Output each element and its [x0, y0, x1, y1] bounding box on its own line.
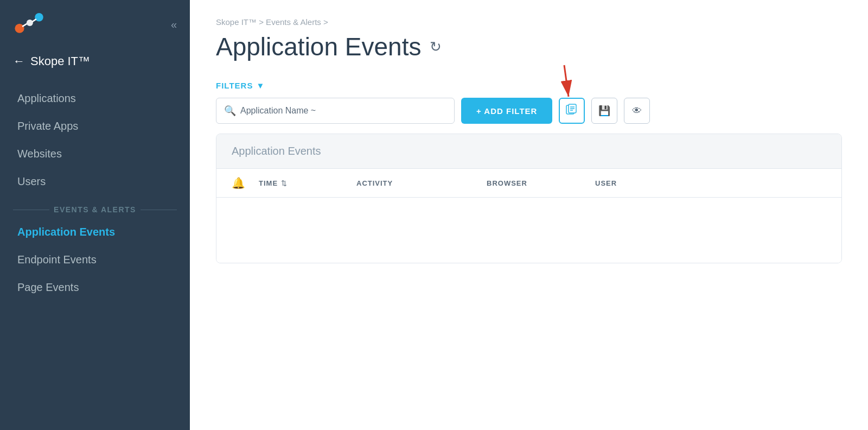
filter-copy-button[interactable] — [559, 98, 585, 124]
logo-area — [13, 11, 46, 38]
filters-section: FILTERS ▼ 🔍 + ADD FILTER — [216, 81, 842, 124]
sidebar-item-websites[interactable]: Websites — [0, 140, 190, 168]
browser-col-label: BROWSER — [487, 179, 527, 187]
filters-chevron-icon: ▼ — [256, 81, 265, 90]
search-icon: 🔍 — [224, 105, 236, 117]
breadcrumb: Skope IT™ > Events & Alerts > — [216, 17, 842, 27]
brand-label: Skope IT™ — [30, 54, 90, 68]
page-title: Application Events — [216, 32, 421, 61]
filters-toggle[interactable]: FILTERS ▼ — [216, 81, 842, 90]
collapse-button[interactable]: « — [171, 18, 177, 31]
sidebar-item-application-events[interactable]: Application Events — [0, 218, 190, 246]
sidebar-header: « — [0, 0, 190, 49]
search-input-wrapper: 🔍 — [216, 98, 455, 124]
svg-point-0 — [15, 24, 24, 33]
save-icon: 💾 — [598, 105, 610, 117]
filter-row: 🔍 + ADD FILTER — [216, 98, 842, 124]
user-col-label: USER — [595, 179, 617, 187]
activity-col-label: ACTIVITY — [356, 179, 393, 187]
page-title-row: Application Events ↻ — [216, 32, 842, 61]
events-table: Application Events 🔔 TIME ⇅ ACTIVITY BRO… — [216, 134, 842, 263]
filters-label-text: FILTERS — [216, 81, 253, 90]
filter-copy-btn-wrapper — [559, 98, 585, 124]
view-button[interactable]: 👁 — [624, 98, 650, 124]
sidebar-item-private-apps[interactable]: Private Apps — [0, 112, 190, 140]
add-filter-button[interactable]: + ADD FILTER — [461, 98, 552, 124]
svg-line-3 — [22, 24, 27, 27]
sidebar-item-users[interactable]: Users — [0, 168, 190, 195]
search-input[interactable] — [240, 106, 446, 116]
events-alerts-section-label: EVENTS & ALERTS — [0, 195, 190, 218]
table-header: Application Events — [216, 134, 841, 169]
sidebar-navigation: Applications Private Apps Websites Users… — [0, 79, 190, 430]
table-section-title: Application Events — [232, 145, 321, 157]
main-content: Skope IT™ > Events & Alerts > Applicatio… — [190, 0, 868, 430]
col-time-header[interactable]: TIME ⇅ — [259, 179, 356, 187]
svg-point-1 — [35, 13, 43, 21]
back-arrow-icon: ← — [13, 54, 25, 68]
table-body — [216, 198, 841, 263]
bell-icon: 🔔 — [232, 177, 245, 189]
back-nav[interactable]: ← Skope IT™ — [0, 49, 190, 79]
refresh-icon[interactable]: ↻ — [430, 39, 442, 55]
eye-icon: 👁 — [632, 105, 642, 117]
col-user-header: USER — [595, 178, 826, 188]
col-browser-header: BROWSER — [487, 178, 595, 188]
filter-copy-icon — [566, 104, 578, 118]
table-column-headers: 🔔 TIME ⇅ ACTIVITY BROWSER USER — [216, 169, 841, 198]
logo-icon — [13, 11, 46, 38]
col-activity-header: ACTIVITY — [356, 178, 487, 188]
svg-point-2 — [27, 20, 33, 26]
svg-line-4 — [32, 19, 36, 22]
sidebar-item-endpoint-events[interactable]: Endpoint Events — [0, 246, 190, 274]
sidebar-item-page-events[interactable]: Page Events — [0, 274, 190, 301]
time-col-label: TIME — [259, 179, 278, 187]
save-filter-button[interactable]: 💾 — [591, 98, 617, 124]
sidebar-item-applications[interactable]: Applications — [0, 85, 190, 112]
sort-icon: ⇅ — [281, 179, 287, 187]
sidebar: « ← Skope IT™ Applications Private Apps … — [0, 0, 190, 430]
col-bell: 🔔 — [232, 176, 259, 189]
